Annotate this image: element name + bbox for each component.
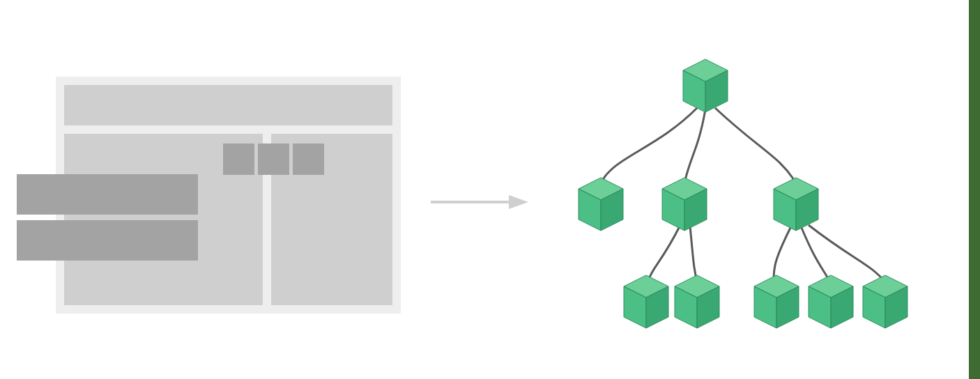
tree-node	[579, 178, 623, 231]
tree-node	[774, 178, 818, 231]
tree-leaf	[863, 275, 908, 328]
tree-leaf	[754, 275, 799, 328]
component-tree	[551, 52, 937, 345]
wireframe-sidebar	[271, 134, 392, 305]
arrow-icon	[431, 194, 528, 210]
tree-node	[662, 178, 707, 231]
wireframe-block	[17, 174, 198, 215]
wireframe-block	[17, 220, 198, 261]
wireframe-thumb	[258, 144, 289, 175]
tree-leaf	[675, 275, 719, 328]
tree-leaf	[624, 275, 668, 328]
tree-edges	[601, 108, 884, 281]
tree-node-root	[683, 59, 728, 112]
svg-marker-1	[509, 195, 528, 209]
wireframe-thumb	[223, 144, 254, 175]
tree-leaf	[809, 275, 853, 328]
accent-bar	[969, 0, 980, 379]
wireframe-header	[64, 85, 392, 125]
wireframe-thumb	[293, 144, 324, 175]
diagram-stage	[0, 0, 980, 379]
